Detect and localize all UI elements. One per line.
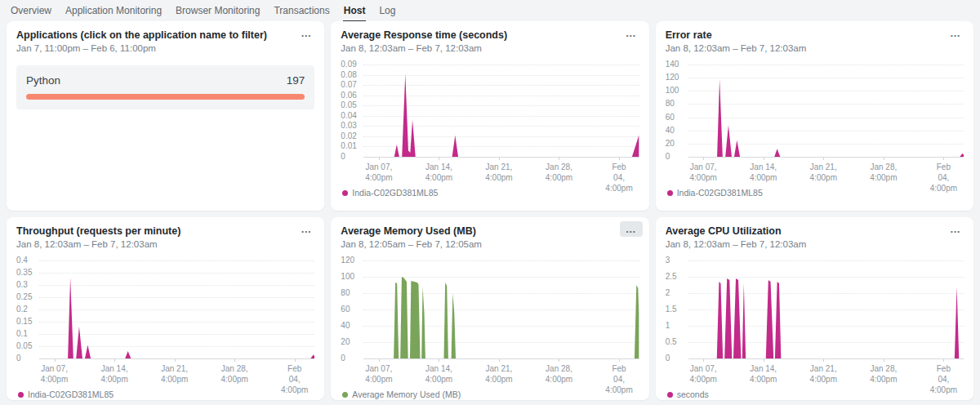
x-tick-mark — [884, 158, 884, 160]
y-axis-label: 0.06 — [341, 91, 356, 100]
series-area — [688, 65, 964, 157]
panel-title: Throughput (requests per minute) — [16, 225, 314, 237]
legend-label: India-C02GD381ML85 — [352, 188, 438, 198]
x-axis-label: Jan 14, 4:00pm — [750, 363, 777, 385]
y-axis-label: 0.25 — [16, 293, 32, 301]
y-axis-label: 100 — [666, 87, 679, 95]
more-options-button[interactable]: … — [944, 221, 967, 237]
x-axis-label: Jan 07, 4:00pm — [365, 162, 392, 183]
ellipsis-icon: … — [626, 27, 637, 39]
plot-area — [363, 65, 639, 157]
x-axis-label: Jan 07, 4:00pm — [690, 162, 717, 183]
series-area — [363, 65, 639, 157]
x-axis-label: Jan 14, 4:00pm — [750, 162, 777, 183]
x-axis-label: Jan 07, 4:00pm — [365, 363, 392, 385]
y-axis-label: 80 — [341, 289, 350, 297]
more-options-button[interactable]: … — [944, 25, 967, 41]
x-axis-label: Jan 21, 4:00pm — [485, 162, 512, 183]
panel-title: Average Memory Used (MB) — [341, 225, 639, 237]
x-axis-label: Jan 14, 4:00pm — [425, 363, 452, 385]
x-tick-mark — [703, 158, 704, 160]
error-rate-chart: 140120100806040200Jan 07, 4:00pmJan 14, … — [666, 65, 964, 198]
panel-date-range: Jan 8, 12:03am – Feb 7, 12:03am — [666, 239, 964, 249]
x-axis-label: Feb 04, 4:00pm — [605, 162, 632, 194]
y-axis-label: 1 — [666, 322, 670, 330]
y-axis-label: 120 — [666, 73, 679, 82]
plot-area — [39, 260, 314, 358]
ellipsis-icon: … — [301, 27, 312, 39]
legend: Average Memory Used (MB) — [342, 389, 639, 399]
ellipsis-icon: … — [301, 223, 312, 235]
tab-application-monitoring[interactable]: Application Monitoring — [65, 5, 163, 20]
dashboard-grid: Applications (click on the application n… — [0, 20, 980, 400]
x-tick-mark — [499, 158, 500, 160]
y-axis-label: 20 — [666, 140, 675, 148]
throughput-chart: 0.40.350.30.250.20.150.10.050Jan 07, 4:0… — [16, 260, 314, 399]
more-options-button[interactable]: … — [620, 221, 643, 237]
x-tick-mark — [499, 359, 500, 362]
x-tick-mark — [703, 359, 704, 362]
response-time-chart: 0.090.080.070.060.050.040.030.020.010Jan… — [341, 65, 639, 198]
more-options-button[interactable]: … — [295, 25, 318, 41]
chart-body: 120100806040200 — [341, 260, 639, 358]
y-axis-label: 100 — [341, 273, 354, 281]
more-options-button[interactable]: … — [620, 25, 643, 41]
x-axis-label: Jan 28, 4:00pm — [870, 363, 897, 385]
panel-title: Error rate — [666, 29, 964, 41]
x-tick-mark — [823, 359, 824, 362]
tab-transactions[interactable]: Transactions — [273, 5, 330, 20]
y-axis-label: 20 — [341, 338, 350, 346]
y-axis-label: 0.07 — [341, 81, 356, 89]
ellipsis-icon: … — [950, 223, 961, 235]
x-axis-label: Jan 28, 4:00pm — [546, 363, 572, 385]
application-row-python[interactable]: Python 197 — [16, 65, 314, 109]
panel-date-range: Jan 7, 11:00pm – Feb 6, 11:00pm — [16, 43, 314, 53]
legend: India-C02GD381ML85 — [18, 389, 314, 399]
series-area — [363, 260, 639, 358]
y-axis-label: 0 — [16, 354, 21, 363]
x-axis-label: Jan 28, 4:00pm — [546, 162, 572, 183]
ellipsis-icon: … — [626, 223, 637, 235]
top-navigation: Overview Application Monitoring Browser … — [0, 0, 980, 20]
tab-log[interactable]: Log — [378, 5, 396, 20]
panel-date-range: Jan 8, 12:03am – Feb 7, 12:03am — [16, 239, 314, 249]
x-axis-label: Jan 14, 4:00pm — [425, 162, 452, 183]
more-options-button[interactable]: … — [295, 221, 318, 237]
legend-label: India-C02GD381ML85 — [28, 389, 114, 399]
chart-body: 0.40.350.30.250.20.150.10.050 — [16, 260, 314, 358]
legend-dot — [342, 190, 348, 196]
legend-dot — [667, 392, 673, 398]
ellipsis-icon: … — [950, 27, 961, 39]
x-tick-mark — [764, 359, 764, 362]
x-tick-mark — [55, 359, 56, 362]
y-axis-label: 0.35 — [16, 269, 32, 277]
tab-host[interactable]: Host — [343, 5, 367, 22]
y-axis-label: 0.15 — [16, 318, 32, 326]
plot-area — [688, 260, 964, 358]
x-axis: Jan 07, 4:00pmJan 14, 4:00pmJan 21, 4:00… — [688, 358, 964, 383]
y-axis-label: 0.03 — [341, 122, 356, 130]
x-axis-label: Jan 07, 4:00pm — [41, 363, 68, 385]
panel-average-memory-used: Average Memory Used (MB) Jan 8, 12:05am … — [331, 217, 648, 400]
y-axis: 0.40.350.30.250.20.150.10.050 — [16, 260, 39, 358]
x-axis-label: Jan 14, 4:00pm — [100, 363, 127, 385]
application-name[interactable]: Python — [26, 74, 60, 87]
legend-dot — [667, 190, 673, 196]
x-axis-label: Jan 21, 4:00pm — [810, 363, 837, 385]
tab-browser-monitoring[interactable]: Browser Monitoring — [175, 5, 261, 20]
x-axis: Jan 07, 4:00pmJan 14, 4:00pmJan 21, 4:00… — [688, 157, 964, 181]
legend: seconds — [667, 389, 964, 399]
x-tick-mark — [823, 158, 824, 160]
panel-date-range: Jan 8, 12:05am – Feb 7, 12:05am — [341, 239, 639, 249]
x-axis-label: Feb 04, 4:00pm — [605, 363, 632, 395]
x-tick-mark — [764, 158, 764, 160]
panel-average-cpu-utilization: Average CPU Utilization Jan 8, 12:03am –… — [656, 217, 973, 400]
y-axis-label: 0 — [666, 354, 670, 363]
y-axis-label: 40 — [341, 322, 350, 330]
legend-dot — [18, 392, 24, 398]
y-axis-label: 140 — [666, 60, 679, 69]
tab-overview[interactable]: Overview — [10, 5, 52, 20]
application-usage-bar — [26, 94, 305, 100]
x-axis-label: Jan 28, 4:00pm — [870, 162, 897, 183]
panel-title: Applications (click on the application n… — [16, 29, 314, 41]
